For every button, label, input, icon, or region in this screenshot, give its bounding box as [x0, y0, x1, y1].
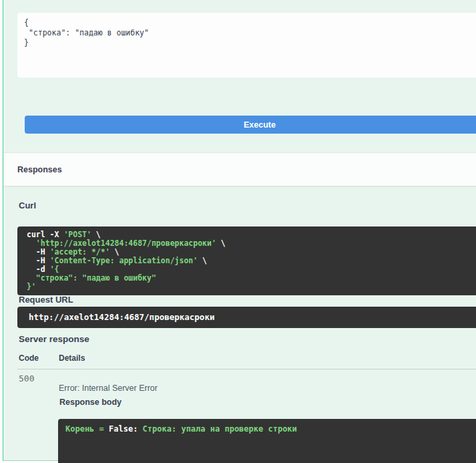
request-body-editor[interactable]: { "строка": "падаю в ошибку" } — [17, 13, 476, 78]
response-body-label: Response body — [59, 398, 122, 407]
responses-title: Responses — [17, 165, 62, 174]
response-status-code: 500 — [19, 373, 34, 383]
execute-button[interactable]: Execute — [25, 116, 476, 134]
code-column-header: Code — [19, 353, 39, 363]
request-url-value: http://axelot14284:4687/проверкасроки — [17, 307, 476, 328]
curl-line: "строка": "падаю в ошибку" — [27, 274, 476, 283]
post-operation-block: { "строка": "падаю в ошибку" } Execute R… — [3, 0, 476, 461]
response-error-text: Error: Internal Server Error — [59, 383, 158, 393]
curl-label: Curl — [19, 200, 36, 210]
curl-command[interactable]: curl -X 'POST' \ 'http://axelot14284:468… — [17, 226, 476, 295]
server-response-label: Server response — [19, 334, 89, 344]
curl-line: }' — [27, 283, 476, 291]
response-table-divider — [17, 369, 476, 369]
details-column-header: Details — [59, 353, 85, 363]
curl-line: -H 'Content-Type: application/json' \ — [27, 257, 476, 265]
request-url-label: Request URL — [19, 295, 73, 305]
response-body-content: Корень = False: Строка: упала на проверк… — [58, 419, 476, 463]
responses-section-header: Responses — [3, 152, 476, 186]
